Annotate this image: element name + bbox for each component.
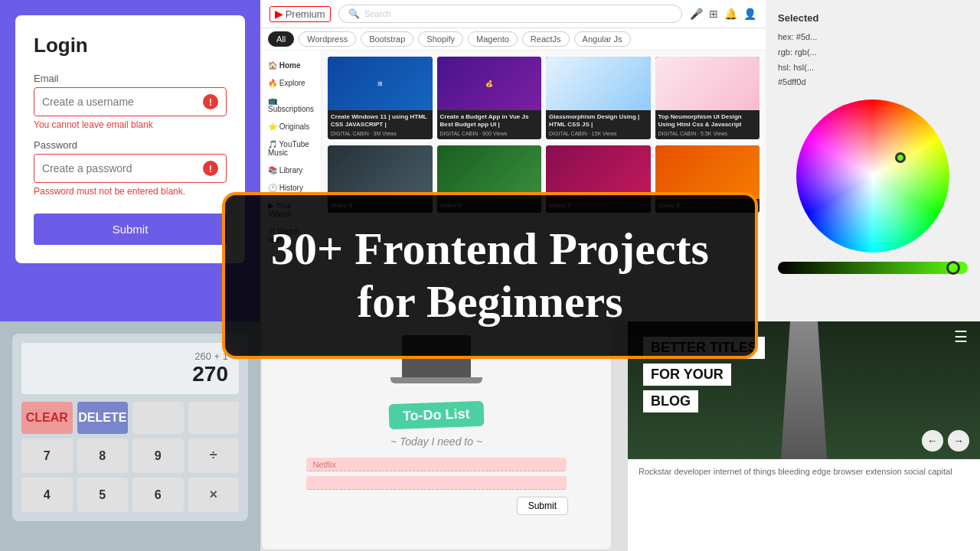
yt-thumb-sub-1: DIGITAL CABIN · 3M Views <box>331 131 430 136</box>
email-input-wrap[interactable]: ! <box>34 87 227 116</box>
yt-thumb-sub-2: DIGITAL CABIN · 900 Views <box>440 131 539 136</box>
hex-value: hex: #5d... <box>778 30 968 45</box>
calc-btn-8[interactable]: 8 <box>77 439 129 473</box>
yt-thumb-img-4 <box>655 57 760 110</box>
blog-content: Rockstar developer internet of things bl… <box>628 459 980 551</box>
yt-thumb-img-2: 💰 <box>437 57 542 110</box>
todo-item-1: Netflix <box>306 458 566 471</box>
yt-thumb-img-5 <box>328 145 433 199</box>
yt-tab-all[interactable]: All <box>268 31 294 47</box>
brightness-dot <box>946 261 960 275</box>
email-label: Email <box>34 73 227 84</box>
yt-thumb-meta-2: Create a Budget App in Vue Js Best Budge… <box>437 110 542 139</box>
password-error-icon: ! <box>203 161 218 176</box>
yt-thumb-meta-4: Top Neumorphism UI Design Using Html Css… <box>655 110 760 139</box>
calc-result: 270 <box>32 362 228 386</box>
email-error-icon: ! <box>203 94 218 109</box>
yt-thumb-title-4: Top Neumorphism UI Design Using Html Css… <box>658 113 757 129</box>
calc-btn-mul[interactable]: × <box>188 478 240 512</box>
yt-premium-label: Premium <box>286 8 325 20</box>
yt-sidebar-subs[interactable]: 📺 Subscriptions <box>260 92 321 118</box>
yt-sidebar-music[interactable]: 🎵 YouTube Music <box>260 135 321 161</box>
yt-tab-magento[interactable]: Magento <box>468 31 518 47</box>
yt-thumb-2[interactable]: 💰 Create a Budget App in Vue Js Best Bud… <box>437 57 542 139</box>
todo-item-2 <box>306 476 566 490</box>
blog-next-arrow[interactable]: → <box>948 430 969 452</box>
yt-header: ▶ Premium 🔍 Search 🎤 ⊞ 🔔 👤 <box>260 0 766 28</box>
login-card: Login Email ! You cannot leave email bla… <box>15 15 245 263</box>
yt-thumb-img-8 <box>655 145 760 199</box>
yt-sidebar-explore[interactable]: 🔥 Explore <box>260 74 321 92</box>
calc-btn-7[interactable]: 7 <box>21 439 73 473</box>
yt-thumb-title-2: Create a Budget App in Vue Js Best Budge… <box>440 113 539 129</box>
color-wheel-wrap[interactable] <box>778 99 968 253</box>
brightness-bar[interactable] <box>778 262 968 274</box>
overlay-title: 30+ Frontend Projects for Beginners <box>262 223 718 328</box>
password-label: Password <box>34 139 227 151</box>
calc-btn-6[interactable]: 6 <box>132 478 184 512</box>
blog-body-text: Rockstar developer internet of things bl… <box>639 465 969 478</box>
blog-prev-arrow[interactable]: ← <box>922 430 943 452</box>
calc-btn-9[interactable]: 9 <box>132 439 184 473</box>
center-overlay: 30+ Frontend Projects for Beginners <box>222 192 758 359</box>
blog-nav: ☰ <box>954 328 968 346</box>
email-input[interactable] <box>42 96 203 108</box>
yt-thumb-4[interactable]: Top Neumorphism UI Design Using Html Css… <box>655 57 760 139</box>
calc-clear-btn[interactable]: CLEAR <box>21 402 73 434</box>
blog-title-line2: FOR YOUR <box>643 364 731 386</box>
email-error-text: You cannot leave email blank <box>34 119 227 130</box>
password-input-wrap[interactable]: ! <box>34 154 227 183</box>
yt-sidebar-home[interactable]: 🏠 Home <box>260 57 321 74</box>
calculator-card: 260 + 1 270 CLEAR DELETE 7 8 9 ÷ 4 5 6 × <box>12 334 248 521</box>
yt-thumb-title-3: Glassmorphism Design Using | HTML CSS JS… <box>549 113 648 129</box>
blog-title-line3: BLOG <box>643 390 698 412</box>
calc-buttons: CLEAR DELETE 7 8 9 ÷ 4 5 6 × <box>21 402 239 512</box>
todo-subtitle: ~ Today I need to ~ <box>390 435 482 448</box>
calc-btn-5[interactable]: 5 <box>77 478 129 512</box>
blog-road <box>781 321 827 459</box>
calc-btn-empty2[interactable] <box>188 402 240 434</box>
password-input[interactable] <box>42 162 203 174</box>
login-title: Login <box>34 34 227 57</box>
calc-btn-4[interactable]: 4 <box>21 478 73 512</box>
yt-tab-wordpress[interactable]: Wordpress <box>299 31 356 47</box>
calculator-panel: 260 + 1 270 CLEAR DELETE 7 8 9 ÷ 4 5 6 × <box>0 321 260 551</box>
calc-expression: 260 + 1 <box>32 350 228 362</box>
yt-tab-bootstrap[interactable]: Bootstrap <box>361 31 413 47</box>
hamburger-icon[interactable]: ☰ <box>954 328 968 345</box>
color-wheel[interactable] <box>796 99 949 253</box>
todo-laptop-base <box>390 377 482 383</box>
calc-delete-btn[interactable]: DELETE <box>77 402 129 434</box>
yt-thumb-sub-4: DIGITAL CABIN · 5.5K Views <box>658 131 757 136</box>
rgb-value: rgb: rgb(... <box>778 45 968 60</box>
grid-icon: ⊞ <box>709 8 718 20</box>
yt-sidebar-library[interactable]: 📚 Library <box>260 161 321 179</box>
calc-btn-empty1[interactable] <box>132 402 184 434</box>
color-values: hex: #5d... rgb: rgb(... hsl: hsl(... #5… <box>778 30 968 90</box>
yt-thumb-img-6 <box>437 145 542 199</box>
blog-arrows: ← → <box>922 430 969 452</box>
yt-thumb-1[interactable]: ⊞ Create Windows 11 | using HTML CSS JAV… <box>328 57 433 139</box>
calc-btn-div[interactable]: ÷ <box>188 439 240 473</box>
yt-header-icons: 🎤 ⊞ 🔔 👤 <box>690 8 756 20</box>
yt-search-bar[interactable]: 🔍 Search <box>338 5 682 23</box>
calc-display: 260 + 1 270 <box>21 343 239 394</box>
todo-item-1-text: Netflix <box>312 460 336 469</box>
yt-thumb-img-3 <box>546 57 651 110</box>
yt-tab-angularjs[interactable]: Angular Js <box>574 31 631 47</box>
yt-thumb-img-7 <box>546 145 651 199</box>
yt-tab-reactjs[interactable]: ReactJs <box>522 31 570 47</box>
color-picker-panel: Selected hex: #5d... rgb: rgb(... hsl: h… <box>766 0 980 321</box>
email-field-group: Email ! You cannot leave email blank <box>34 73 227 130</box>
color-wheel-dot <box>895 152 906 163</box>
yt-sidebar-originals[interactable]: ⭐ Originals <box>260 118 321 135</box>
yt-tab-shopify[interactable]: Shopify <box>418 31 463 47</box>
yt-thumb-img-1: ⊞ <box>328 57 433 110</box>
todo-submit-btn[interactable]: Submit <box>517 497 568 515</box>
avatar-icon: 👤 <box>743 8 756 20</box>
submit-button[interactable]: Submit <box>34 214 227 245</box>
password-error-text: Password must not be entered blank. <box>34 186 227 197</box>
yt-thumb-3[interactable]: Glassmorphism Design Using | HTML CSS JS… <box>546 57 651 139</box>
bell-icon: 🔔 <box>724 8 737 20</box>
password-field-group: Password ! Password must not be entered … <box>34 139 227 197</box>
